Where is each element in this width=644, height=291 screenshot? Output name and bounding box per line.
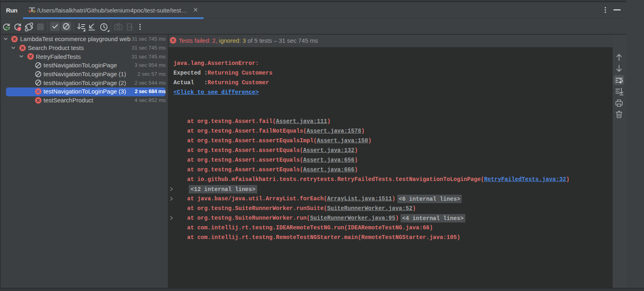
svg-text:G: G [33, 9, 36, 13]
svg-text:N: N [29, 9, 31, 13]
